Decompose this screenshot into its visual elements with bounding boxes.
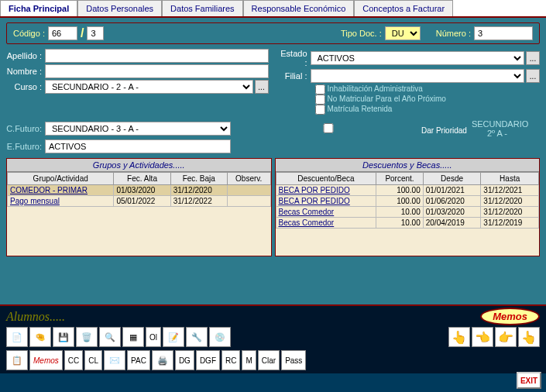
chk-matricula-retenida[interactable]: Matrícula Retenida: [315, 105, 541, 115]
estado-label: Estado :: [278, 49, 311, 67]
numero-input[interactable]: [474, 26, 533, 40]
tab-ficha-principal[interactable]: Ficha Principal: [0, 0, 77, 16]
cfuturo-select[interactable]: SECUNDARIO - 3 - A -: [45, 122, 231, 136]
dg-button[interactable]: DG: [175, 350, 194, 370]
toolbar-row-1: 📄 🤏 💾 🗑️ 🔍 ▦ Ol 📝 🔧 💿 👆 👈 👉 👆: [6, 325, 540, 349]
new-button[interactable]: 📄: [6, 327, 28, 347]
save-button[interactable]: 💾: [53, 327, 74, 347]
print-button[interactable]: 🖨️: [152, 350, 173, 370]
descuentos-table[interactable]: Descuento/BecaPorcent.DesdeHasta BECA PO…: [276, 172, 540, 229]
delete-button[interactable]: 🗑️: [76, 327, 98, 347]
cl-button[interactable]: CL: [84, 350, 102, 370]
hand-button[interactable]: 🤏: [29, 327, 51, 347]
codigo-label: Código :: [13, 29, 45, 38]
edit-button[interactable]: 📝: [163, 327, 184, 347]
tab-datos-personales[interactable]: Datos Personales: [77, 0, 162, 16]
tab-bar: Ficha Principal Datos Personales Datos F…: [0, 0, 546, 18]
pac-button[interactable]: PAC: [127, 350, 150, 370]
mail-button[interactable]: ✉️: [104, 350, 125, 370]
descuentos-title: Descuentos y Becas.....: [276, 159, 540, 172]
chk-inhabilitacion[interactable]: Inhabilitación Administrativa: [315, 84, 541, 95]
nombre-label: Nombre :: [6, 67, 45, 76]
tipo-doc-select[interactable]: DU: [385, 26, 421, 40]
grid-button[interactable]: ▦: [122, 327, 144, 347]
note-button[interactable]: 📋: [6, 350, 28, 370]
codigo-input-1[interactable]: [48, 26, 77, 40]
grupos-table-box: Grupos y Actividades..... Grupo/Activida…: [6, 158, 272, 256]
grupos-table[interactable]: Grupo/ActividadFec. AltaFec. BajaObserv.…: [7, 172, 271, 207]
efuturo-input[interactable]: [45, 139, 231, 153]
apellido-input[interactable]: [45, 49, 269, 63]
tipo-doc-label: Tipo Doc. :: [341, 29, 382, 38]
filial-label: Filial :: [278, 71, 311, 81]
grupos-title: Grupos y Actividades.....: [7, 159, 271, 172]
table-row[interactable]: Becas Comedor10.0001/03/202031/12/2020: [276, 207, 539, 218]
table-row[interactable]: Pago mensual05/01/202231/12/2022: [8, 196, 271, 207]
codigo-input-2[interactable]: [87, 26, 104, 40]
tools-button[interactable]: 🔧: [186, 327, 208, 347]
hand-point-button-1[interactable]: 👆: [448, 327, 470, 347]
ol-button[interactable]: Ol: [146, 327, 161, 347]
memos-badge[interactable]: Memos: [480, 308, 540, 325]
toolbar-row-2: 📋 Memos CC CL ✉️ PAC 🖨️ DG DGF RC M Clar…: [6, 349, 540, 372]
table-row[interactable]: BECA POR PEDIDO100.0001/06/202031/12/202…: [276, 196, 539, 207]
dgf-button[interactable]: DGF: [196, 350, 220, 370]
table-row[interactable]: BECA POR PEDIDO100.0001/01/202131/12/202…: [276, 185, 539, 196]
curso-select[interactable]: SECUNDARIO - 2 - A -: [45, 80, 253, 94]
main-panel: Código : / Tipo Doc. : DU Número : Apell…: [0, 18, 546, 304]
search-button[interactable]: 🔍: [99, 327, 121, 347]
slash-icon: /: [81, 26, 84, 40]
estado-more-button[interactable]: ...: [526, 51, 540, 65]
curso-more-button[interactable]: ...: [255, 80, 269, 94]
clar-button[interactable]: Clar: [258, 350, 280, 370]
cfuturo-label: C.Futuro:: [6, 124, 45, 133]
curso-label: Curso :: [6, 82, 45, 91]
estado-select[interactable]: ACTIVOS: [311, 51, 525, 65]
tab-responsable-economico[interactable]: Responsable Económico: [243, 0, 355, 16]
filial-more-button[interactable]: ...: [526, 69, 540, 83]
apellido-label: Apellido :: [6, 51, 45, 60]
hand-left-button[interactable]: 👈: [472, 327, 493, 347]
tab-conceptos-facturar[interactable]: Conceptos a Facturar: [354, 0, 453, 16]
table-row[interactable]: Becas Comedor10.0020/04/201931/12/2019: [276, 218, 539, 229]
tab-datos-familiares[interactable]: Datos Familiares: [162, 0, 243, 16]
alumnos-label: Alumnos.....: [6, 310, 65, 324]
descuentos-table-box: Descuentos y Becas..... Descuento/BecaPo…: [275, 158, 541, 256]
chk-no-matricular[interactable]: No Matricular Para el Año Próximo: [315, 95, 541, 105]
nombre-input[interactable]: [45, 64, 269, 78]
code-row: Código : / Tipo Doc. : DU Número :: [6, 22, 540, 44]
memos-button[interactable]: Memos: [29, 350, 63, 370]
numero-label: Número :: [436, 29, 471, 38]
hand-point-button-2[interactable]: 👆: [518, 327, 540, 347]
hand-right-button[interactable]: 👉: [495, 327, 517, 347]
efuturo-label: E.Futuro:: [6, 142, 45, 151]
checkbox-group: Inhabilitación Administrativa No Matricu…: [315, 84, 541, 115]
filial-select[interactable]: [311, 69, 525, 83]
secundario-text: SECUNDARIO 2º A -: [472, 119, 510, 138]
disk-button[interactable]: 💿: [209, 327, 231, 347]
table-row[interactable]: COMEDOR - PRIMAR01/03/202031/12/2020: [8, 185, 271, 196]
chk-dar-prioridad[interactable]: Dar Prioridad: [235, 123, 467, 135]
footer: Alumnos..... Memos 📄 🤏 💾 🗑️ 🔍 ▦ Ol 📝 🔧 💿…: [0, 304, 546, 373]
m-button[interactable]: M: [242, 350, 256, 370]
pass-button[interactable]: Pass: [281, 350, 306, 370]
rc-button[interactable]: RC: [221, 350, 240, 370]
exit-button[interactable]: EXIT: [517, 372, 541, 389]
cc-button[interactable]: CC: [64, 350, 83, 370]
